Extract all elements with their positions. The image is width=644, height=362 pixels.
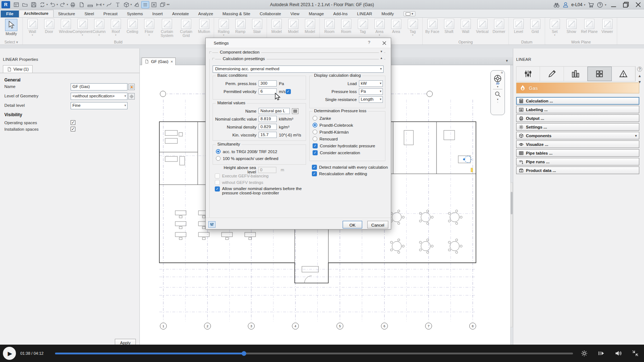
sync-caret-icon[interactable]: ▾ — [46, 3, 48, 6]
check-consider-hydrostatic-pressure[interactable]: ✓Consider hydrostatic pressure — [313, 143, 382, 149]
perm-press-loss-input[interactable]: 300 — [259, 80, 277, 87]
inactive-windows-icon[interactable] — [150, 1, 158, 8]
radio-renouard[interactable]: Renouard — [313, 136, 382, 142]
undo-caret-icon[interactable]: ▾ — [57, 3, 58, 6]
sync-icon[interactable] — [38, 1, 46, 8]
customize-qat-icon[interactable]: ▾ — [168, 3, 170, 6]
view-list-chevron-icon[interactable]: ▼ — [505, 59, 509, 63]
play-button[interactable]: ▶ — [3, 347, 16, 360]
dialog-help-button[interactable]: ? — [366, 40, 372, 45]
tab-view[interactable]: View — [286, 10, 304, 17]
tab-collaborate[interactable]: Collaborate — [255, 10, 286, 17]
tab-view[interactable]: View (1) — [3, 65, 33, 73]
undo-icon[interactable] — [49, 1, 57, 8]
wheel-chevron-icon[interactable]: ▾ — [497, 85, 498, 88]
3d-view-icon[interactable] — [122, 1, 130, 8]
tab-modify[interactable]: Modify — [377, 10, 398, 17]
radio-zanke[interactable]: Zanke — [313, 115, 382, 121]
modules-button[interactable] — [587, 67, 611, 81]
section-icon[interactable] — [133, 1, 141, 8]
3d-view-caret-icon[interactable]: ▾ — [130, 3, 132, 6]
edit-button[interactable] — [540, 67, 564, 81]
name-input[interactable]: GF (Gas) — [71, 83, 127, 90]
dimension-caret-icon[interactable]: ▾ — [103, 3, 104, 6]
installation-spaces-checkbox[interactable]: ✓ — [71, 127, 75, 131]
check-recalculation-after-editing[interactable]: ✓Recalculation after editing — [312, 171, 367, 176]
ok-button[interactable]: OK — [343, 221, 362, 228]
text-icon[interactable] — [114, 1, 122, 8]
measure-icon[interactable] — [86, 1, 94, 8]
calculation-button[interactable]: Calculation ... — [516, 97, 639, 105]
browse-button[interactable] — [128, 84, 135, 90]
tab-massing-site[interactable]: Massing & Site — [218, 10, 255, 17]
labeling-button[interactable]: Labeling ... — [516, 106, 639, 113]
radio-acc-to-trgi-2008-trf-2012[interactable]: acc. to TRGI 2008/ TRF 2012 — [216, 148, 303, 155]
radio-prandtl-k-rm-n[interactable]: Prandtl-Kármán — [313, 129, 382, 135]
detail-level-select[interactable]: Fine▾ — [71, 102, 127, 109]
canvas-scrollbar[interactable] — [510, 182, 513, 327]
progress-handle[interactable] — [242, 351, 246, 356]
dialog-close-button[interactable] — [381, 40, 387, 46]
components-button[interactable]: Components▾ — [516, 132, 639, 139]
m-s-checkbox[interactable]: ✓ — [286, 89, 291, 94]
help-caret-icon[interactable]: ▾ — [605, 3, 606, 7]
open-icon[interactable] — [21, 1, 29, 8]
playback-speed-icon[interactable] — [598, 350, 605, 357]
radio-prandtl-colebrook[interactable]: Prandtl-Colebrook — [313, 122, 382, 128]
dimensioning-method-select[interactable]: Dimensioning acc. general method▾ — [213, 66, 384, 73]
export-icon[interactable] — [78, 1, 85, 8]
cancel-button[interactable]: Cancel — [367, 221, 388, 228]
radio-100-approach-user-defined[interactable]: 100 % approach/ user defined — [216, 155, 303, 161]
minimize-button[interactable] — [609, 1, 619, 9]
tab-structure[interactable]: Structure — [54, 10, 80, 17]
tab-add-ins[interactable]: Add-Ins — [329, 10, 352, 17]
properties-icon[interactable] — [12, 1, 20, 8]
dimension-icon[interactable] — [95, 1, 103, 8]
print-icon[interactable] — [69, 1, 77, 8]
section-calculation-presettings[interactable]: Calculation presettings ▲ — [215, 59, 385, 59]
zoom-icon[interactable] — [494, 90, 501, 98]
output-button[interactable]: Output ... — [516, 114, 639, 122]
material-table-button[interactable] — [292, 108, 298, 114]
dialog-options-icon[interactable] — [208, 221, 216, 228]
modify-button[interactable]: Modify — [2, 19, 21, 36]
pressure-loss-select[interactable]: Pa▾ — [359, 88, 383, 95]
user-menu-caret-icon[interactable]: ▾ — [584, 3, 585, 7]
warnings-button[interactable] — [612, 67, 635, 81]
tab-steel[interactable]: Steel — [80, 10, 99, 17]
view-tab-gf-gas[interactable]: GF (Gas) × — [142, 58, 176, 65]
ribbon-display-toggle[interactable]: ▾ — [403, 11, 415, 16]
nominal-density-input[interactable]: 0.829 — [259, 124, 277, 130]
model-line-icon[interactable] — [105, 1, 113, 8]
zoom-chevron-icon[interactable]: ▾ — [497, 98, 498, 101]
save-icon[interactable] — [30, 1, 38, 8]
level-of-geometry-select[interactable]: <without specification>▾ — [71, 93, 127, 100]
navigation-bar[interactable]: ⊗ 2D ▾ ▾ ◦ — [490, 70, 505, 115]
expand-panel-icon[interactable]: ▴ — [637, 73, 642, 78]
check-allow-smaller-nominal-diameter[interactable]: ✓Allow smaller nominal diameters before … — [215, 186, 308, 195]
check-detect-material-with-every-calculation[interactable]: ✓Detect material with every calculation — [312, 165, 388, 170]
tab-file[interactable]: File — [1, 10, 19, 17]
player-settings-icon[interactable] — [581, 350, 588, 357]
dialog-titlebar[interactable]: Settings — [206, 38, 391, 48]
cart-icon[interactable] — [587, 2, 594, 8]
navbar-close-icon[interactable]: ⊗ — [501, 72, 503, 74]
volume-icon[interactable] — [615, 350, 622, 357]
help-icon[interactable]: ? — [637, 67, 642, 72]
tab-precast[interactable]: Precast — [99, 10, 122, 17]
kin-viscosity-input[interactable]: 15.7 — [259, 132, 277, 138]
check-consider-acceleration[interactable]: ✓Consider acceleration — [313, 150, 382, 156]
shrink-icon[interactable] — [632, 350, 639, 357]
redo-icon[interactable] — [59, 1, 67, 8]
visualize-button[interactable]: Visualize ... — [516, 140, 639, 148]
pipe-tables-button[interactable]: Pipe tables ... — [516, 149, 639, 157]
geometry-settings-button[interactable] — [128, 93, 135, 100]
close-button[interactable] — [633, 1, 643, 9]
operating-spaces-checkbox[interactable]: ✓ — [71, 120, 75, 125]
tab-manage[interactable]: Manage — [304, 10, 329, 17]
tab-systems[interactable]: Systems — [122, 10, 147, 17]
help-menu-icon[interactable] — [597, 2, 603, 8]
nominal-calorific-value-input[interactable]: 8.819 — [259, 116, 277, 122]
library-button[interactable] — [564, 67, 587, 81]
single-resistance-select[interactable]: Length▾ — [359, 96, 383, 103]
